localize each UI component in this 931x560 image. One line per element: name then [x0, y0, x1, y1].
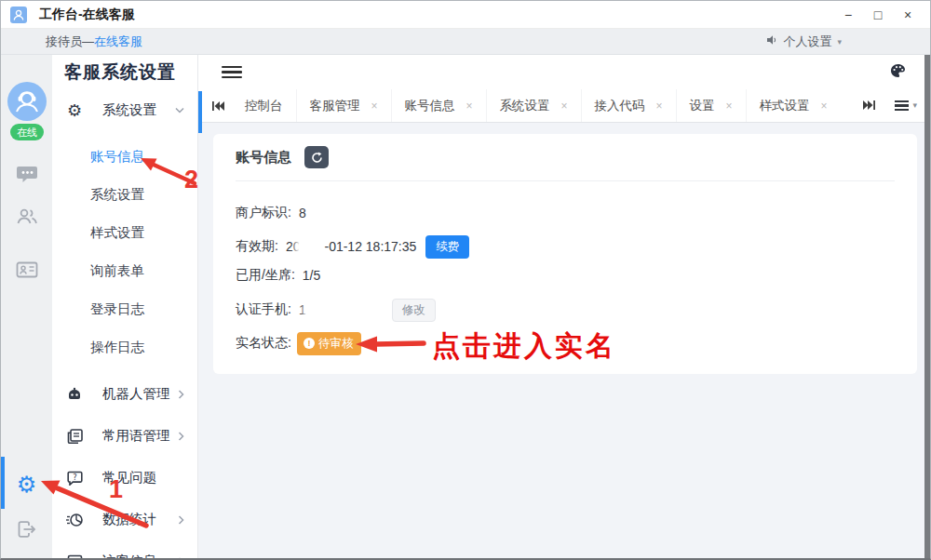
- chevron-right-icon: [178, 390, 184, 399]
- sub-header: 接待员—在线客服 个人设置 ▾: [1, 29, 930, 55]
- left-rail: 在线 ⚙: [1, 55, 52, 558]
- close-button[interactable]: ×: [893, 3, 923, 27]
- tab-account-info[interactable]: 账号信息 ×: [391, 89, 486, 122]
- chevron-right-icon: [178, 557, 184, 559]
- tab-options-menu[interactable]: ▾: [895, 98, 917, 113]
- statistics-icon: [65, 513, 84, 527]
- active-menu-indicator: [198, 91, 202, 133]
- tab-settings[interactable]: 设置 ×: [676, 89, 746, 122]
- agent-avatar[interactable]: [7, 82, 47, 121]
- main-area: 控制台 客服管理 × 账号信息 × 系统设置 × 接入代: [198, 55, 930, 558]
- visitors-icon[interactable]: [1, 207, 52, 226]
- tab-console[interactable]: 控制台: [232, 89, 296, 122]
- personal-settings-label: 个人设置: [783, 33, 831, 50]
- close-icon[interactable]: ×: [726, 100, 733, 113]
- minimize-button[interactable]: −: [833, 3, 863, 27]
- merchant-id-label: 商户标识:: [236, 205, 291, 221]
- sidebar-item-system-config[interactable]: 系统设置: [52, 176, 197, 214]
- sidebar-item-style-settings[interactable]: 样式设置: [52, 214, 197, 252]
- sidebar-title: 客服系统设置: [52, 55, 197, 89]
- pending-review-badge[interactable]: ! 待审核: [297, 332, 362, 355]
- field-phone: 认证手机: 1 修改: [236, 296, 895, 324]
- theme-palette-icon[interactable]: [890, 63, 906, 82]
- sidebar-item-faq[interactable]: ? 常见问题: [52, 457, 197, 499]
- sidebar-item-robot-management[interactable]: 机器人管理: [52, 373, 197, 415]
- phrases-icon: [65, 429, 84, 444]
- account-info-panel: 账号信息 商户标识: 8 有效期: 20-01-12 18:17:35 续费: [213, 134, 917, 374]
- panel-title: 账号信息: [236, 149, 291, 167]
- sidebar-item-system-settings[interactable]: ⚙ 系统设置: [52, 89, 197, 131]
- seats-label: 已用/坐席:: [236, 267, 295, 284]
- caret-down-icon: ▾: [912, 100, 917, 110]
- logout-icon[interactable]: [1, 520, 52, 539]
- contact-card-icon[interactable]: [1, 260, 52, 279]
- scrollbar[interactable]: [924, 55, 930, 558]
- personal-settings-menu[interactable]: 个人设置 ▾: [766, 33, 842, 50]
- close-icon[interactable]: ×: [561, 100, 568, 113]
- sidebar-item-prechat-form[interactable]: 询前表单: [52, 252, 197, 290]
- close-icon[interactable]: ×: [371, 100, 378, 113]
- channel-link[interactable]: 在线客服: [94, 33, 142, 50]
- close-icon[interactable]: ×: [466, 100, 473, 113]
- refresh-button[interactable]: [304, 146, 329, 168]
- redaction-blur: [306, 303, 381, 317]
- faq-icon: ?: [65, 471, 84, 486]
- seats-value: 1/5: [303, 268, 320, 283]
- chevron-right-icon: [178, 515, 184, 525]
- settings-gear-icon[interactable]: ⚙: [1, 473, 52, 496]
- app-logo-icon: [10, 7, 27, 23]
- top-toolbar: [198, 55, 930, 89]
- visitor-info-icon: [65, 554, 84, 559]
- svg-text:?: ?: [73, 472, 77, 481]
- tab-system-settings[interactable]: 系统设置 ×: [486, 89, 581, 122]
- phone-value: 1: [299, 302, 381, 317]
- system-settings-submenu: 账号信息 系统设置 样式设置 询前表单 登录日志 操作日志: [52, 131, 197, 373]
- sidebar-item-data-statistics[interactable]: 数据统计: [52, 499, 197, 540]
- redaction-blur: [298, 241, 326, 253]
- tab-access-code[interactable]: 接入代码 ×: [581, 89, 676, 122]
- field-merchant-id: 商户标识: 8: [236, 199, 895, 227]
- maximize-button[interactable]: □: [863, 3, 893, 27]
- robot-icon: [65, 387, 84, 402]
- sidebar-item-visitor-info[interactable]: 访客信息: [52, 540, 197, 558]
- receptionist-label: 接待员—: [46, 33, 94, 50]
- chevron-right-icon: [178, 432, 184, 441]
- tab-bar: 控制台 客服管理 × 账号信息 × 系统设置 × 接入代: [198, 89, 930, 123]
- exclamation-icon: !: [304, 338, 315, 349]
- online-status-badge: 在线: [10, 124, 44, 140]
- tab-style-settings[interactable]: 样式设置 ×: [746, 89, 841, 122]
- chevron-down-icon: [175, 107, 184, 113]
- collapse-menu-icon[interactable]: [222, 63, 242, 82]
- tab-agent-management[interactable]: 客服管理 ×: [296, 89, 391, 122]
- scroll-tabs-right-icon[interactable]: [863, 100, 876, 111]
- settings-sidebar: 客服系统设置 ⚙ 系统设置 账号信息 系统设置 样式设置 询前表单 登录日志 操…: [52, 55, 198, 558]
- validity-value: 20-01-12 18:17:35: [286, 239, 416, 254]
- merchant-id-value: 8: [299, 206, 306, 220]
- chat-icon[interactable]: [1, 165, 52, 185]
- field-seats: 已用/坐席: 1/5: [236, 261, 895, 289]
- sidebar-item-common-phrases[interactable]: 常用语管理: [52, 415, 197, 457]
- field-realname-status: 实名状态: ! 待审核: [236, 329, 895, 357]
- sidebar-item-operation-log[interactable]: 操作日志: [52, 328, 197, 367]
- close-icon[interactable]: ×: [821, 100, 828, 113]
- scroll-tabs-left-icon[interactable]: [211, 100, 224, 112]
- validity-label: 有效期:: [236, 238, 278, 255]
- close-icon[interactable]: ×: [656, 100, 663, 113]
- title-bar: 工作台-在线客服 − □ ×: [1, 1, 930, 29]
- caret-down-icon: ▾: [837, 37, 842, 47]
- modify-button[interactable]: 修改: [392, 299, 436, 322]
- field-validity: 有效期: 20-01-12 18:17:35 续费: [236, 233, 895, 260]
- sidebar-item-account-info[interactable]: 账号信息: [52, 138, 197, 176]
- phone-label: 认证手机:: [236, 301, 291, 318]
- window-title: 工作台-在线客服: [39, 7, 135, 23]
- renew-button[interactable]: 续费: [425, 235, 469, 259]
- gear-icon: ⚙: [65, 102, 84, 119]
- app-window: 工作台-在线客服 − □ × 接待员—在线客服 个人设置 ▾: [0, 0, 931, 560]
- sidebar-item-login-log[interactable]: 登录日志: [52, 290, 197, 328]
- speaker-icon: [766, 34, 777, 48]
- realname-label: 实名状态:: [236, 335, 291, 352]
